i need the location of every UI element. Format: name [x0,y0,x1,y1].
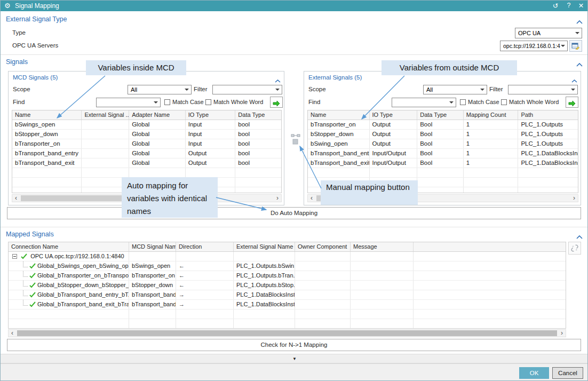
table-row[interactable]: bTransporter_on Output Bool 1 PLC_1.Outp… [308,120,578,130]
scroll-right-icon[interactable]: › [570,195,578,202]
chevron-up-icon [571,80,577,83]
external-scope-value: All [426,86,433,93]
column-header[interactable]: External Signal ... [82,110,129,120]
column-header[interactable]: Adapter Name [129,110,186,120]
mapped-row[interactable]: Global_bTransport_band_entry_bT... bTran… [9,290,566,300]
annotation-manual-mapping: Manual mapping button [321,180,418,205]
collapse-section-signals[interactable] [576,59,583,69]
collapse-section-mapped-signals[interactable] [576,232,583,241]
manual-mapping-button[interactable] [290,133,301,148]
scroll-right-icon[interactable]: › [274,195,281,202]
table-row[interactable]: bTransporter_on Global Input bool [12,139,281,149]
divider [1,54,588,55]
type-dropdown[interactable]: OPC UA [515,28,582,38]
connection-group-row[interactable]: OPC UA.opc.tcp://192.168.0.1:4840 [9,252,566,261]
table-row[interactable]: bTransport_band_exit Global Output bool [12,158,281,168]
table-row[interactable]: bTransport_band_entry Global Output bool [12,149,281,158]
cell-mapping-count: 1 [464,120,519,129]
cell-name: bStopper_down [12,130,82,139]
cell-mcd-signal: bSwings_open [129,261,176,271]
gear-icon: ⚙ [4,2,11,10]
table-row[interactable]: bStopper_down Output Bool 1 PLC_1.Output… [308,130,578,139]
ok-button[interactable]: OK [519,367,549,379]
servers-dropdown[interactable]: opc.tcp://192.168.0.1:4 [500,41,568,51]
break-mapping-button[interactable] [568,242,581,255]
scrollbar-thumb[interactable] [21,195,122,201]
mcd-scope-dropdown[interactable]: All [128,85,192,94]
scroll-left-icon[interactable]: ‹ [308,195,315,202]
table-row[interactable]: bStopper_down Global Input bool [12,130,281,139]
cell-external-signal: PLC_1.DataBlocksInst... [234,290,295,299]
column-header[interactable]: External Signal Name [234,242,295,251]
cell-external-signal [82,130,129,139]
collapse-mcd-panel[interactable] [275,75,281,85]
scope-label: Scope [308,86,326,92]
column-header[interactable]: Path [518,110,578,120]
mcd-match-case-checkbox[interactable] [164,99,170,105]
scroll-left-icon[interactable]: ‹ [12,195,20,202]
cell-data-type: Bool [417,139,464,148]
external-scope-dropdown[interactable]: All [423,85,487,94]
table-row[interactable]: bSwing_open Output Bool 1 PLC_1.Outputs [308,139,578,149]
cancel-button[interactable]: Cancel [552,367,583,379]
table-row[interactable]: bSwings_open Global Input bool [12,120,281,130]
scroll-right-icon[interactable]: › [558,330,566,337]
collapse-tree-icon[interactable] [12,254,17,259]
connection-name: Global_bStopper_down_bStopper_... [37,282,129,288]
external-match-whole-word-checkbox[interactable] [501,99,507,105]
mcd-filter-dropdown[interactable] [212,85,282,94]
table-row[interactable]: bTransport_band_entry Input/Output Bool … [308,149,578,158]
do-auto-mapping-button[interactable]: Do Auto Mapping [7,207,581,219]
external-find-dropdown[interactable] [392,98,456,107]
manage-servers-button[interactable] [569,40,582,52]
collapse-section-external-signal-type[interactable] [576,17,583,26]
mapped-row[interactable]: Global_bStopper_down_bStopper_... bStopp… [9,281,566,290]
scroll-left-icon[interactable]: ‹ [9,330,16,337]
external-match-case-checkbox[interactable] [460,99,466,105]
column-header[interactable]: IO Type [186,110,236,120]
mapped-row[interactable]: Global_bSwings_open_bSwing_op... bSwings… [9,261,566,271]
column-header[interactable]: Owner Component [295,242,351,251]
external-filter-dropdown[interactable] [508,85,578,94]
match-whole-word-label: Match Whole Word [213,99,263,105]
column-header[interactable]: MCD Signal Name [129,242,176,251]
column-header[interactable]: Direction [176,242,234,251]
scrollbar-thumb[interactable] [17,330,557,336]
cell-path: PLC_1.Outputs [518,120,578,129]
cell-adapter: Global [129,158,186,168]
column-header[interactable]: Connection Name [9,242,129,251]
close-button[interactable]: ✕ [576,2,586,10]
cell-io-type: Input/Output [370,158,418,168]
cell-data-type: bool [235,120,281,129]
column-header[interactable]: Data Type [235,110,281,120]
mcd-match-whole-word-checkbox[interactable] [205,99,211,105]
find-label: Find [13,99,25,105]
column-header[interactable]: Message [351,242,414,251]
mcd-find-dropdown[interactable] [96,98,161,107]
cell-message [351,281,414,290]
match-case-label: Match Case [172,99,204,105]
empty-row [9,319,566,329]
column-header[interactable]: Data Type [417,110,464,120]
reset-button[interactable]: ↺ [551,2,560,10]
table-row[interactable]: bTransport_band_exit Input/Output Bool 1… [308,158,578,168]
mapped-row[interactable]: Global_bTransport_band_exit_bTra... bTra… [9,300,566,309]
direction-arrow: ← [176,261,234,271]
external-find-next-button[interactable] [566,97,578,108]
cell-name: bTransport_band_exit [308,158,370,168]
collapse-external-panel[interactable] [571,75,577,85]
direction-arrow: ← [176,271,234,280]
column-header[interactable]: IO Type [370,110,418,120]
mapped-row[interactable]: Global_bTransporter_on_bTranspo... bTran… [9,271,566,281]
check-n-to-1-mapping-button[interactable]: Check for N->1 Mapping [7,339,581,351]
cell-external-signal: PLC_1.Outputs.bTran... [234,271,295,280]
column-header[interactable]: Name [12,110,82,120]
column-header[interactable]: Mapping Count [464,110,519,120]
dialog-collapse-strip[interactable]: ▼ [1,354,588,363]
help-button[interactable]: ? [564,2,574,9]
title-bar: ⚙ Signal Mapping ↺ ? ✕ [1,1,588,11]
mapped-horizontal-scrollbar[interactable]: ‹ › [8,329,566,337]
cell-data-type: bool [235,158,281,168]
column-header[interactable]: Name [308,110,370,120]
mcd-find-next-button[interactable] [270,97,283,108]
